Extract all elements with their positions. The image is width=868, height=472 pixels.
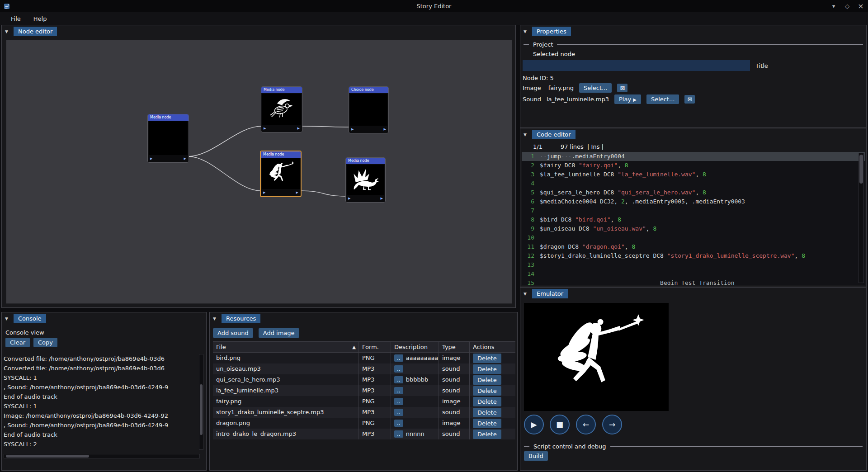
delete-button[interactable]: Delete bbox=[473, 430, 501, 439]
table-row[interactable]: story1_drako_luminelle_sceptre.mp3 MP3 .… bbox=[213, 407, 515, 418]
add-sound-button[interactable]: Add sound bbox=[213, 328, 253, 338]
delete-button[interactable]: Delete bbox=[473, 375, 501, 385]
node-canvas[interactable]: Media node ▶ ▶ Media node bbox=[6, 40, 512, 304]
column-header-actions[interactable]: Actions bbox=[470, 342, 515, 352]
edit-description-button[interactable]: .. bbox=[394, 398, 403, 405]
input-pin-icon[interactable]: ▶ bbox=[264, 127, 266, 130]
input-pin-icon[interactable]: ▶ bbox=[263, 191, 265, 194]
code-scrollbar[interactable] bbox=[859, 153, 864, 283]
code-line[interactable]: 8$bird DC8 "bird.qoi", 8 bbox=[522, 215, 865, 224]
menu-file[interactable]: File bbox=[5, 14, 26, 24]
table-row[interactable]: la_fee_luminelle.mp3 MP3 .. sound Delete bbox=[213, 385, 515, 396]
code-line[interactable]: 2$fairy DC8 "fairy.qoi", 8 bbox=[522, 161, 865, 170]
output-pin-icon[interactable]: ▶ bbox=[381, 197, 383, 200]
table-row[interactable]: qui_sera_le_hero.mp3 MP3 .. bbbbbb sound… bbox=[213, 374, 515, 385]
edit-description-button[interactable]: .. bbox=[394, 420, 403, 427]
table-row[interactable]: bird.png PNG .. aaaaaaaaa image Delete bbox=[213, 353, 515, 363]
input-pin-icon[interactable]: ▶ bbox=[351, 127, 354, 131]
add-image-button[interactable]: Add image bbox=[259, 328, 299, 338]
emulator-tab[interactable]: Emulator bbox=[532, 289, 568, 298]
console-copy-button[interactable]: Copy bbox=[33, 338, 57, 347]
table-row[interactable]: intro_drako_le_dragon.mp3 MP3 .. nnnnn s… bbox=[213, 429, 515, 439]
input-pin-icon[interactable]: ▶ bbox=[348, 197, 350, 200]
code-line[interactable]: 7 bbox=[522, 206, 865, 215]
collapse-icon[interactable]: ▼ bbox=[213, 316, 218, 321]
menu-help[interactable]: Help bbox=[28, 14, 52, 24]
edit-description-button[interactable]: .. bbox=[394, 387, 403, 394]
title-input[interactable] bbox=[523, 60, 750, 71]
delete-button[interactable]: Delete bbox=[473, 386, 501, 396]
column-header-type[interactable]: Type bbox=[439, 342, 470, 352]
sound-select-button[interactable]: Select... bbox=[646, 94, 679, 104]
delete-button[interactable]: Delete bbox=[473, 354, 501, 363]
console-log[interactable]: Converted file: /home/anthony/ostproj/ba… bbox=[4, 354, 200, 450]
edit-description-button[interactable]: .. bbox=[394, 376, 403, 383]
image-select-button[interactable]: Select... bbox=[579, 83, 612, 93]
delete-button[interactable]: Delete bbox=[473, 408, 501, 417]
console-tab[interactable]: Console bbox=[14, 314, 46, 323]
stop-button[interactable]: ■ bbox=[550, 415, 570, 434]
code-line[interactable]: 1··jump···.mediaEntry0004 bbox=[522, 152, 865, 161]
close-icon[interactable]: × bbox=[857, 2, 864, 10]
graph-node[interactable]: Media node ▶ ▶ bbox=[261, 86, 302, 132]
delete-button[interactable]: Delete bbox=[473, 397, 501, 406]
code-line[interactable]: 10 bbox=[522, 233, 865, 242]
sound-play-button[interactable]: Play ▶ bbox=[614, 94, 641, 104]
build-button[interactable]: Build bbox=[524, 451, 548, 461]
code-editor-tab[interactable]: Code editor bbox=[532, 130, 576, 139]
graph-node[interactable]: Media node ▶ ▶ bbox=[260, 151, 302, 197]
maximize-icon[interactable]: ◇ bbox=[844, 3, 851, 9]
table-row[interactable]: un_oiseau.mp3 MP3 .. sound Delete bbox=[213, 363, 515, 374]
output-pin-icon[interactable]: ▶ bbox=[296, 191, 298, 194]
sound-clear-button[interactable]: ⊠ bbox=[684, 95, 695, 104]
table-row[interactable]: fairy.png PNG .. image Delete bbox=[213, 396, 515, 407]
collapse-icon[interactable]: ▼ bbox=[524, 292, 529, 296]
graph-node[interactable]: Media node ▶ ▶ bbox=[147, 114, 189, 163]
table-header-row[interactable]: File ▲ Form. Description Type Actions bbox=[213, 341, 515, 353]
console-vertical-scrollbar[interactable] bbox=[199, 354, 203, 450]
resources-tab[interactable]: Resources bbox=[222, 314, 260, 323]
console-clear-button[interactable]: Clear bbox=[5, 338, 30, 347]
code-line[interactable]: 9$un_oiseau DC8 "un_oiseau.wav", 8 bbox=[522, 224, 865, 233]
edit-description-button[interactable]: .. bbox=[394, 430, 403, 438]
output-pin-icon[interactable]: ▶ bbox=[297, 127, 300, 130]
output-pin-icon[interactable]: ▶ bbox=[384, 127, 386, 131]
collapse-icon[interactable]: ▼ bbox=[5, 29, 10, 34]
delete-button[interactable]: Delete bbox=[473, 419, 501, 428]
input-pin-icon[interactable]: ▶ bbox=[150, 157, 152, 160]
column-header-description[interactable]: Description bbox=[391, 342, 439, 352]
step-forward-button[interactable]: → bbox=[602, 415, 622, 434]
code-line[interactable]: 4 bbox=[522, 179, 865, 188]
code-line[interactable]: 13 bbox=[522, 260, 865, 269]
step-back-button[interactable]: ← bbox=[576, 415, 596, 434]
delete-button[interactable]: Delete bbox=[473, 364, 501, 374]
minimize-icon[interactable]: ▾ bbox=[830, 3, 837, 9]
collapse-icon[interactable]: ▼ bbox=[524, 132, 529, 137]
collapse-icon[interactable]: ▼ bbox=[524, 29, 529, 34]
edit-description-button[interactable]: .. bbox=[394, 365, 403, 373]
code-line[interactable]: 15 Begin Test Transition bbox=[522, 278, 865, 285]
console-horizontal-scrollbar[interactable] bbox=[4, 454, 200, 458]
code-line[interactable]: 14 bbox=[522, 269, 865, 278]
code-editor-area[interactable]: 1··jump···.mediaEntry00042$fairy DC8 "fa… bbox=[522, 152, 865, 285]
code-line[interactable]: 12$story1_drako_luminelle_sceptre DC8 "s… bbox=[522, 251, 865, 260]
graph-node[interactable]: Media node ▶ ▶ bbox=[345, 157, 386, 203]
play-button[interactable]: ▶ bbox=[524, 415, 544, 434]
image-clear-button[interactable]: ⊠ bbox=[617, 84, 627, 92]
column-header-format[interactable]: Form. bbox=[359, 342, 391, 352]
column-header-file[interactable]: File ▲ bbox=[213, 342, 359, 352]
node-editor-tab[interactable]: Node editor bbox=[14, 27, 57, 36]
edit-description-button[interactable]: .. bbox=[394, 409, 403, 416]
table-row[interactable]: dragon.png PNG .. image Delete bbox=[213, 418, 515, 429]
graph-node[interactable]: Choice node ▶ ▶ bbox=[349, 86, 389, 133]
code-line[interactable]: 11$dragon DC8 "dragon.qoi", 8 bbox=[522, 242, 865, 251]
code-line[interactable]: 3$la_fee_luminelle DC8 "la_fee_luminelle… bbox=[522, 170, 865, 179]
cell-description: .. bbox=[391, 407, 439, 418]
output-pin-icon[interactable]: ▶ bbox=[184, 157, 186, 160]
collapse-icon[interactable]: ▼ bbox=[5, 316, 10, 321]
properties-tab[interactable]: Properties bbox=[532, 27, 571, 36]
title-bar[interactable]: Story Editor ▾ ◇ × bbox=[0, 0, 868, 12]
edit-description-button[interactable]: .. bbox=[394, 354, 403, 362]
code-line[interactable]: 6$mediaChoice0004 DC32, 2, .mediaEntry00… bbox=[522, 197, 865, 206]
code-line[interactable]: 5$qui_sera_le_hero DC8 "qui_sera_le_hero… bbox=[522, 188, 865, 197]
